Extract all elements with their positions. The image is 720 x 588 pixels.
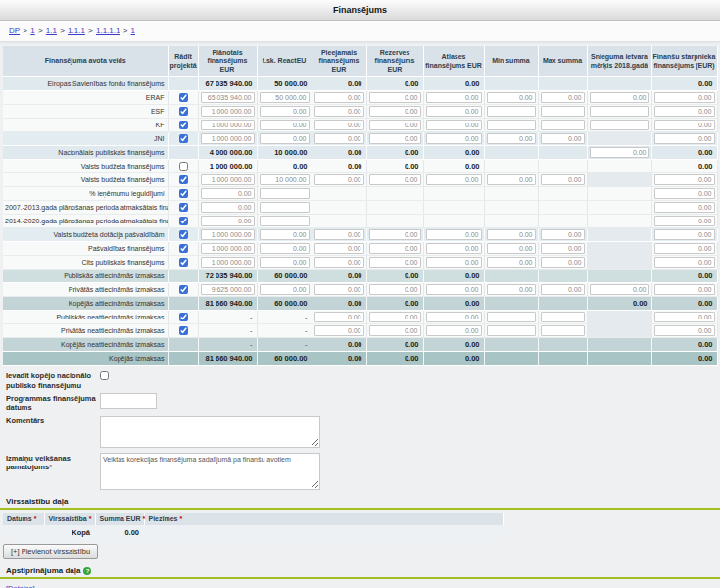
show-in-project-checkbox[interactable]: [179, 203, 188, 212]
show-in-project-checkbox[interactable]: [179, 217, 188, 225]
amount-input[interactable]: [541, 120, 585, 130]
amount-input[interactable]: [314, 92, 364, 103]
amount-input[interactable]: [487, 229, 536, 240]
amount-input[interactable]: [654, 174, 715, 185]
show-in-project-checkbox[interactable]: [179, 326, 188, 335]
amount-input[interactable]: [654, 325, 715, 336]
amount-input[interactable]: [654, 92, 715, 103]
amount-input[interactable]: [369, 106, 421, 117]
amount-input[interactable]: [314, 312, 364, 322]
amount-input[interactable]: [426, 229, 482, 240]
amount-input[interactable]: [541, 284, 585, 295]
amount-input[interactable]: [426, 243, 482, 254]
amount-input[interactable]: [541, 243, 585, 254]
breadcrumb-link[interactable]: 1: [30, 26, 34, 35]
amount-input[interactable]: [590, 284, 649, 295]
amount-input[interactable]: [260, 243, 310, 254]
amount-input[interactable]: [201, 133, 255, 144]
amount-input[interactable]: [260, 133, 310, 144]
amount-input[interactable]: [369, 229, 421, 240]
amount-input[interactable]: [487, 325, 536, 336]
amount-input[interactable]: [426, 312, 482, 322]
amount-input[interactable]: [314, 284, 364, 295]
amount-input[interactable]: [654, 243, 715, 254]
show-in-project-checkbox[interactable]: [179, 230, 188, 239]
amount-input[interactable]: [314, 120, 364, 130]
breadcrumb-link[interactable]: 1.1: [46, 26, 57, 35]
amount-input[interactable]: [369, 92, 421, 103]
show-in-project-checkbox[interactable]: [179, 134, 188, 143]
amount-input[interactable]: [201, 174, 255, 185]
amount-input[interactable]: [487, 257, 536, 268]
show-in-project-checkbox[interactable]: [179, 107, 188, 116]
amount-input[interactable]: [369, 174, 421, 185]
amount-input[interactable]: [654, 216, 715, 226]
amount-input[interactable]: [426, 325, 482, 336]
amount-input[interactable]: [590, 106, 649, 117]
amount-input[interactable]: [314, 106, 364, 117]
breadcrumb-link[interactable]: 1.1.1: [68, 26, 85, 35]
amount-input[interactable]: [260, 188, 310, 199]
amount-input[interactable]: [654, 133, 715, 144]
amount-input[interactable]: [487, 284, 536, 295]
amount-input[interactable]: [590, 120, 649, 130]
amount-input[interactable]: [314, 325, 364, 336]
amount-input[interactable]: [654, 202, 715, 213]
help-icon[interactable]: ?: [83, 567, 91, 575]
amount-input[interactable]: [487, 312, 536, 322]
amount-input[interactable]: [426, 120, 482, 130]
amount-input[interactable]: [654, 106, 715, 117]
show-in-project-checkbox[interactable]: [179, 189, 188, 198]
amount-input[interactable]: [654, 229, 715, 240]
amount-input[interactable]: [314, 133, 364, 144]
amount-input[interactable]: [654, 188, 715, 199]
amount-input[interactable]: [260, 174, 310, 185]
amount-input[interactable]: [426, 284, 482, 295]
amount-input[interactable]: [369, 312, 421, 322]
amount-input[interactable]: [541, 174, 585, 185]
amount-input[interactable]: [654, 257, 715, 268]
show-in-project-checkbox[interactable]: [179, 258, 188, 267]
amount-input[interactable]: [541, 257, 585, 268]
change-reason-textarea[interactable]: Veiktas korekcijas finansējuma sadalījum…: [100, 453, 320, 490]
breadcrumb-link[interactable]: 1: [131, 26, 135, 35]
amount-input[interactable]: [201, 188, 255, 199]
amount-input[interactable]: [369, 243, 421, 254]
amount-input[interactable]: [314, 174, 364, 185]
amount-input[interactable]: [201, 120, 255, 130]
amount-input[interactable]: [314, 257, 364, 268]
amount-input[interactable]: [260, 257, 310, 268]
amount-input[interactable]: [426, 174, 482, 185]
amount-input[interactable]: [541, 92, 585, 103]
amount-input[interactable]: [369, 325, 421, 336]
amount-input[interactable]: [541, 312, 585, 322]
amount-input[interactable]: [201, 106, 255, 117]
show-in-project-checkbox[interactable]: [179, 93, 188, 102]
amount-input[interactable]: [487, 92, 536, 103]
amount-input[interactable]: [654, 312, 715, 322]
amount-input[interactable]: [590, 92, 649, 103]
amount-input[interactable]: [201, 216, 255, 226]
amount-input[interactable]: [260, 229, 310, 240]
amount-input[interactable]: [260, 120, 310, 130]
show-in-project-checkbox[interactable]: [179, 175, 188, 184]
amount-input[interactable]: [487, 106, 536, 117]
amount-input[interactable]: [487, 243, 536, 254]
amount-input[interactable]: [369, 257, 421, 268]
amount-input[interactable]: [369, 133, 421, 144]
breadcrumb-link[interactable]: DP: [9, 26, 20, 35]
amount-input[interactable]: [487, 120, 536, 130]
amount-input[interactable]: [541, 133, 585, 144]
amount-input[interactable]: [260, 284, 310, 295]
amount-input[interactable]: [260, 106, 310, 117]
amount-input[interactable]: [201, 92, 255, 103]
amount-input[interactable]: [201, 284, 255, 295]
amount-input[interactable]: [541, 106, 585, 117]
amount-input[interactable]: [314, 243, 364, 254]
comment-textarea[interactable]: [100, 416, 320, 448]
show-in-project-checkbox[interactable]: [179, 244, 188, 253]
show-in-project-checkbox[interactable]: [179, 313, 188, 321]
amount-input[interactable]: [426, 133, 482, 144]
total-national-checkbox[interactable]: [100, 371, 109, 380]
amount-input[interactable]: [654, 120, 715, 130]
